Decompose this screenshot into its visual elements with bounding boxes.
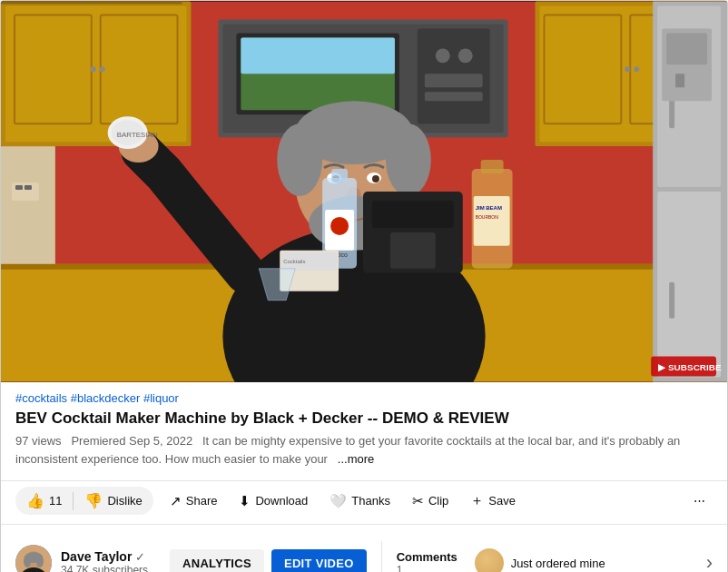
svg-point-75 <box>24 555 31 567</box>
svg-text:JIM BEAM: JIM BEAM <box>476 205 502 211</box>
video-player[interactable]: BARTESIAN Exotico JIM BEAM BOURBON Cockt… <box>1 1 727 382</box>
save-icon: ＋ <box>470 492 484 509</box>
svg-text:Cocktails: Cocktails <box>283 259 305 264</box>
thanks-button[interactable]: 🤍 Thanks <box>319 488 401 515</box>
hashtags[interactable]: #cocktails #blackdecker #liquor <box>15 391 713 405</box>
comment-preview-text: Just ordered mine <box>511 557 605 570</box>
clip-label: Clip <box>428 494 448 508</box>
svg-point-10 <box>91 66 96 72</box>
commenter-avatar <box>475 548 504 572</box>
svg-rect-58 <box>331 169 348 182</box>
save-button[interactable]: ＋ Save <box>459 487 526 515</box>
download-label: Download <box>255 494 308 508</box>
channel-avatar[interactable] <box>15 545 52 572</box>
info-section: #cocktails #blackdecker #liquor BEV Cock… <box>1 382 727 480</box>
edit-video-button[interactable]: EDIT VIDEO <box>271 549 367 572</box>
svg-point-13 <box>634 66 639 72</box>
dislike-icon: 👎 <box>84 492 103 509</box>
svg-rect-36 <box>666 33 707 64</box>
svg-rect-2 <box>5 6 187 143</box>
svg-rect-28 <box>15 185 23 190</box>
comments-label: Comments <box>397 550 460 564</box>
svg-text:▶ SUBSCRIBE: ▶ SUBSCRIBE <box>658 363 722 373</box>
share-icon: ↗ <box>170 493 182 509</box>
comments-section[interactable]: Comments 1 Just ordered mine › <box>397 548 713 572</box>
premiere-date: Premiered Sep 5, 2022 <box>71 434 192 448</box>
more-icon: ⋯ <box>694 494 705 508</box>
svg-rect-32 <box>657 192 721 377</box>
svg-rect-55 <box>372 201 454 228</box>
section-divider <box>381 541 382 572</box>
thanks-label: Thanks <box>351 494 390 508</box>
svg-rect-37 <box>675 74 684 87</box>
clip-button[interactable]: ✂ Clip <box>401 488 459 515</box>
comment-preview-row: Just ordered mine <box>475 548 706 572</box>
svg-rect-29 <box>25 185 32 190</box>
analytics-button[interactable]: ANALYTICS <box>170 549 264 572</box>
thanks-icon: 🤍 <box>330 493 347 509</box>
channel-name-row: Dave Taylor ✓ <box>61 549 148 564</box>
svg-text:BARTESIAN: BARTESIAN <box>117 131 158 139</box>
more-link[interactable]: ...more <box>338 452 374 466</box>
dislike-label: Dislike <box>107 494 142 508</box>
channel-info: Dave Taylor ✓ 34.7K subscribers <box>61 549 148 572</box>
svg-point-47 <box>372 175 379 182</box>
page-container: BARTESIAN Exotico JIM BEAM BOURBON Cockt… <box>0 0 728 572</box>
svg-point-43 <box>386 123 431 196</box>
video-thumbnail: BARTESIAN Exotico JIM BEAM BOURBON Cockt… <box>1 1 727 382</box>
channel-section: Dave Taylor ✓ 34.7K subscribers ANALYTIC… <box>15 545 367 572</box>
svg-point-20 <box>436 48 450 63</box>
comments-chevron-icon: › <box>706 551 713 572</box>
svg-rect-64 <box>474 196 510 246</box>
share-label: Share <box>186 494 218 508</box>
view-count: 97 views <box>15 434 62 448</box>
svg-rect-18 <box>241 37 395 74</box>
svg-text:BOURBON: BOURBON <box>476 214 499 220</box>
svg-point-11 <box>100 66 105 72</box>
svg-rect-34 <box>669 282 674 319</box>
like-count: 11 <box>49 494 62 508</box>
like-icon: 👍 <box>26 492 44 509</box>
channel-comments-row: Dave Taylor ✓ 34.7K subscribers ANALYTIC… <box>1 534 727 572</box>
save-label: Save <box>488 494 516 508</box>
svg-point-42 <box>277 123 322 196</box>
svg-rect-63 <box>481 160 504 173</box>
subscribers-count: 34.7K subscribers <box>61 564 148 572</box>
dislike-button[interactable]: 👎 Dislike <box>74 487 152 515</box>
like-dislike-group: 👍 11 👎 Dislike <box>15 487 153 515</box>
download-icon: ⬇ <box>239 493 251 509</box>
svg-rect-3 <box>1 2 182 5</box>
svg-point-76 <box>36 555 44 567</box>
video-title: BEV Cocktail Maker Machine by Black + De… <box>15 409 713 429</box>
actions-bar: 👍 11 👎 Dislike ↗ Share ⬇ Download 🤍 Than… <box>1 480 727 525</box>
svg-rect-56 <box>390 232 436 269</box>
video-meta: 97 views Premiered Sep 5, 2022 It can be… <box>15 432 713 468</box>
comments-info: Comments 1 <box>397 550 460 572</box>
svg-rect-22 <box>425 74 483 87</box>
share-button[interactable]: ↗ Share <box>159 488 229 515</box>
download-button[interactable]: ⬇ Download <box>228 488 319 515</box>
svg-point-12 <box>625 66 630 72</box>
comments-count: 1 <box>397 564 460 572</box>
svg-point-60 <box>330 217 349 235</box>
verified-icon: ✓ <box>135 550 145 564</box>
like-button[interactable]: 👍 11 <box>15 487 73 515</box>
channel-buttons: ANALYTICS EDIT VIDEO <box>170 549 367 572</box>
svg-rect-23 <box>425 92 483 101</box>
channel-name[interactable]: Dave Taylor <box>61 549 132 564</box>
more-options-button[interactable]: ⋯ <box>686 488 713 513</box>
svg-point-21 <box>458 48 473 63</box>
avatar-image <box>15 545 52 572</box>
svg-rect-26 <box>1 146 55 264</box>
clip-icon: ✂ <box>412 493 424 509</box>
